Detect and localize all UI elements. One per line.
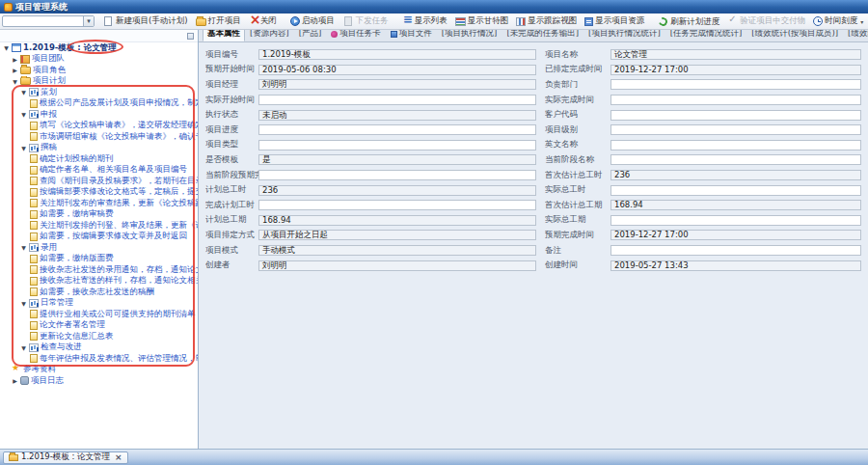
tab-product[interactable]: [产品] bbox=[294, 30, 327, 41]
form-field[interactable] bbox=[610, 110, 861, 121]
chevron-down-icon[interactable]: ▾ bbox=[83, 16, 94, 26]
tree-item[interactable]: 接收杂志社寄送的样刊，存档，通知论文相关人员 bbox=[0, 276, 198, 287]
form-field[interactable] bbox=[258, 200, 536, 210]
tree-item[interactable]: ▼撰稿 bbox=[0, 143, 198, 154]
tree-item[interactable]: 关注期刊发布的审查结果，更新《论文投稿跟踪表》 bbox=[0, 198, 198, 209]
tree-item[interactable]: 按编辑部要求修改论文格式等，定稿后，提交研发经理审核 bbox=[0, 187, 198, 199]
toolbar-button-new-project[interactable]: 新建项目(手动计划) bbox=[99, 14, 192, 28]
tree-item[interactable]: ▼策划 bbox=[0, 87, 198, 98]
tree-item[interactable]: 确定作者名单、相关项目名单及项目编号 bbox=[0, 165, 198, 177]
form-column-left: 项目编号1.2019-模板预期开始时间2019-05-06 08:30项目经理刘… bbox=[205, 47, 545, 449]
tree-item[interactable]: ▼检查与改进 bbox=[0, 342, 198, 354]
panel-options-icon[interactable] bbox=[187, 33, 194, 40]
tree-item[interactable]: 每年评估申报及发表情况、评估管理情况，制定相应的改进措施 bbox=[0, 353, 198, 365]
tree-item[interactable]: ▼日常管理 bbox=[0, 298, 198, 310]
form-field[interactable] bbox=[610, 154, 861, 165]
form-field[interactable]: 236 bbox=[258, 185, 536, 196]
form-field[interactable]: 2019-05-06 08:30 bbox=[258, 65, 536, 75]
collapse-arrow-icon[interactable]: ▼ bbox=[3, 44, 10, 51]
form-field[interactable]: 未启动 bbox=[258, 110, 536, 121]
form-field[interactable]: 从项目开始之日起 bbox=[258, 230, 536, 240]
form-field[interactable]: 236 bbox=[610, 170, 861, 180]
form-field[interactable] bbox=[610, 95, 861, 105]
form-field[interactable] bbox=[610, 215, 861, 226]
form-field[interactable]: 2019-12-27 17:00 bbox=[610, 230, 861, 240]
expand-arrow-icon[interactable]: ▶ bbox=[12, 377, 18, 384]
toolbar-button-time-scale[interactable]: 时间刻度▾ bbox=[809, 14, 867, 28]
tree-item[interactable]: 根据公司产品发展计划及项目申报情况，制定知识产权申报计划 bbox=[0, 98, 198, 110]
tab-execution-stats[interactable]: [项目执行情况统计] bbox=[583, 30, 665, 41]
tab-task-completion-stats[interactable]: [任务完成情况统计] bbox=[665, 30, 747, 41]
toolbar-button-show-tracking-view[interactable]: 显示跟踪视图 bbox=[512, 14, 581, 28]
form-field[interactable]: 论文管理 bbox=[610, 49, 861, 60]
tree-item[interactable]: ▼项目计划 bbox=[0, 76, 198, 88]
tree-item[interactable]: ▶项目团队 bbox=[0, 54, 198, 66]
form-field[interactable]: 2019-12-27 17:00 bbox=[610, 65, 861, 75]
form-field[interactable]: 168.94 bbox=[258, 215, 536, 226]
tree-item[interactable]: ▼申报 bbox=[0, 109, 198, 121]
tree-item-label: 论文作者署名管理 bbox=[40, 320, 105, 332]
tab-performance-by-member[interactable]: [绩效统计(按项目成员)] bbox=[746, 30, 843, 41]
tree-item[interactable]: 确定计划投稿的期刊 bbox=[0, 153, 198, 165]
collapse-arrow-icon[interactable]: ▼ bbox=[20, 145, 27, 151]
tree-item[interactable]: 市场调研组审核《论文投稿申请表》，确认专人负责撰写 bbox=[0, 131, 198, 143]
tab-unfinished-output[interactable]: [未完成的任务输出] bbox=[502, 30, 583, 41]
form-field[interactable] bbox=[610, 140, 861, 150]
tree-item[interactable]: 填写《论文投稿申请表》，递交研发经理确定论文撰写工作计划 bbox=[0, 121, 198, 132]
form-field[interactable] bbox=[610, 79, 861, 90]
tree-item[interactable]: ▼1.2019-模板 : 论文管理 bbox=[0, 42, 198, 54]
tree-item[interactable]: 如需要，接收杂志社发送的稿酬 bbox=[0, 287, 198, 298]
form-field[interactable]: 手动模式 bbox=[258, 245, 536, 256]
collapse-arrow-icon[interactable]: ▼ bbox=[20, 89, 27, 96]
toolbar-button-close-project[interactable]: 关闭 bbox=[245, 14, 281, 28]
form-field[interactable] bbox=[258, 170, 536, 180]
tree-item[interactable]: 论文作者署名管理 bbox=[0, 320, 198, 332]
close-tab-icon[interactable]: × bbox=[115, 452, 122, 462]
tree-item[interactable]: 如需要，缴纳审稿费 bbox=[0, 209, 198, 221]
form-field[interactable]: 1.2019-模板 bbox=[258, 49, 536, 60]
toolbar-button-open-project[interactable]: 打开项目 bbox=[192, 14, 245, 28]
tree-item[interactable]: ▼录用 bbox=[0, 242, 198, 254]
tab-basic-properties[interactable]: 基本属性 bbox=[203, 30, 245, 41]
collapse-arrow-icon[interactable]: ▼ bbox=[20, 111, 27, 118]
tree-item[interactable]: 查阅《期刊目录及投稿要求》，若期刊在目录中，直接引用 bbox=[0, 176, 198, 187]
collapse-arrow-icon[interactable]: ▼ bbox=[20, 300, 27, 307]
form-field[interactable]: 2019-05-27 13:43 bbox=[610, 260, 861, 271]
form-field[interactable]: 168.94 bbox=[610, 200, 861, 210]
toolbar-button-start-project[interactable]: 启动项目 bbox=[286, 14, 339, 28]
collapse-arrow-icon[interactable]: ▼ bbox=[20, 244, 27, 251]
form-field[interactable] bbox=[258, 95, 536, 105]
form-field[interactable]: 是 bbox=[258, 154, 536, 165]
form-field[interactable] bbox=[610, 124, 861, 135]
form-field[interactable] bbox=[610, 185, 861, 196]
form-field[interactable] bbox=[258, 140, 536, 150]
toolbar-button-show-list[interactable]: 显示列表 bbox=[398, 14, 451, 28]
expand-arrow-icon[interactable]: ▶ bbox=[12, 56, 18, 63]
collapse-arrow-icon[interactable]: ▼ bbox=[20, 344, 27, 351]
tree-item[interactable]: 接收杂志社发送的录用通知，存档，通知论文相关人员 bbox=[0, 264, 198, 276]
tree-item[interactable]: ▶项目角色 bbox=[0, 65, 198, 76]
tab-resource-content[interactable]: [资源内容] bbox=[245, 30, 294, 41]
tree-item[interactable]: 提供行业相关或公司可提供支持的期刊清单，形成《期刊清单》 bbox=[0, 309, 198, 320]
project-selector-combo[interactable]: ▾ bbox=[2, 15, 95, 27]
tree-item[interactable]: 如需要，按编辑要求修改文章并及时返回 bbox=[0, 232, 198, 243]
form-field[interactable] bbox=[258, 124, 536, 135]
form-field[interactable]: 刘明明 bbox=[258, 79, 536, 90]
toolbar-button-show-gantt[interactable]: 显示甘特图 bbox=[451, 14, 513, 28]
open-document-tab[interactable]: 1.2019-模板 : 论文管理 × bbox=[3, 451, 128, 464]
toolbar-button-show-project-resources[interactable]: 显示项目资源 bbox=[581, 14, 648, 28]
tree-item[interactable]: 参考资料 bbox=[0, 365, 198, 376]
expand-arrow-icon[interactable]: ▶ bbox=[12, 67, 18, 73]
tree-item[interactable]: 关注期刊发排的刊登、终审及结果，更新《论文投稿跟踪表》 bbox=[0, 220, 198, 232]
tab-project-files[interactable]: 项目文件 bbox=[386, 30, 437, 41]
collapse-arrow-icon[interactable]: ▼ bbox=[12, 78, 18, 85]
tree-item[interactable]: 如需要，缴纳版面费 bbox=[0, 254, 198, 265]
tree-item[interactable]: 更新论文信息汇总表 bbox=[0, 331, 198, 342]
form-field[interactable] bbox=[610, 245, 861, 256]
tab-execution-status[interactable]: [项目执行情况] bbox=[437, 30, 502, 41]
form-field[interactable]: 刘明明 bbox=[258, 260, 536, 271]
toolbar-button-refresh-plan-progress[interactable]: 刷新计划进度 bbox=[654, 15, 723, 29]
tab-task-card[interactable]: 项目任务卡 bbox=[326, 30, 386, 41]
tab-performance-by-time[interactable]: [绩效统计(按时间)] bbox=[843, 30, 868, 41]
tree-item[interactable]: ▶项目日志 bbox=[0, 375, 198, 387]
